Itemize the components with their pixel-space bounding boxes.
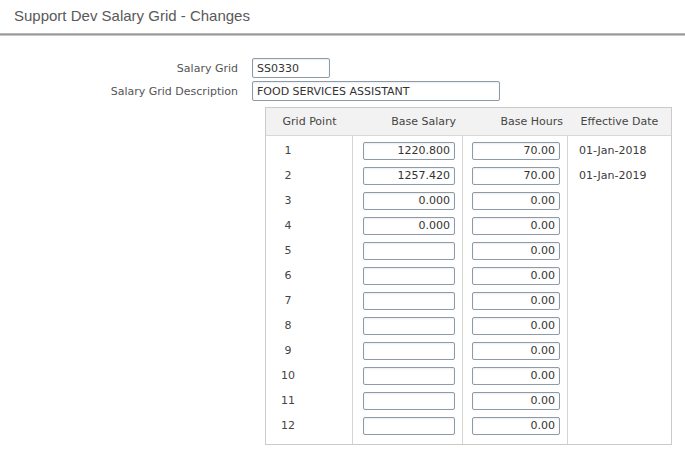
base-hours-input[interactable] [472,267,560,285]
base-salary-input[interactable] [363,342,455,360]
grid-point-value: 11 [266,394,353,407]
salary-grid-description-field-row: Salary Grid Description [0,81,540,101]
base-salary-input[interactable] [363,367,455,385]
grid-point-value: 6 [266,269,353,282]
table-row: 6 [266,263,671,288]
grid-point-value: 10 [266,369,353,382]
base-salary-input[interactable] [363,192,455,210]
base-salary-cell [353,317,463,335]
grid-point-value: 7 [266,294,353,307]
base-hours-cell [463,292,568,310]
table-row: 4 [266,213,671,238]
base-salary-input[interactable] [363,292,455,310]
effective-date-header: Effective Date [568,115,671,128]
salary-grid-table: Grid Point Base Salary Base Hours Effect… [265,107,672,445]
grid-point-header: Grid Point [266,115,353,128]
base-salary-cell [353,267,463,285]
grid-point-value: 9 [266,344,353,357]
base-salary-header: Base Salary [353,115,463,128]
table-row: 7 [266,288,671,313]
base-hours-cell [463,317,568,335]
base-salary-input[interactable] [363,167,455,185]
base-hours-cell [463,192,568,210]
table-body: 1 01-Jan-2018 2 01-Jan-2019 [266,136,671,444]
effective-date-value: 01-Jan-2018 [568,144,671,157]
salary-grid-label: Salary Grid [0,62,252,75]
grid-point-value: 1 [266,144,353,157]
base-hours-cell [463,142,568,160]
base-hours-input[interactable] [472,242,560,260]
base-hours-cell [463,242,568,260]
base-salary-input[interactable] [363,417,455,435]
base-salary-input[interactable] [363,392,455,410]
base-hours-cell [463,342,568,360]
salary-grid-input[interactable] [252,58,330,78]
base-salary-cell [353,142,463,160]
base-hours-cell [463,267,568,285]
salary-grid-form: Salary Grid Salary Grid Description [0,58,540,104]
base-salary-cell [353,367,463,385]
title-divider [0,33,685,36]
base-salary-cell [353,217,463,235]
base-hours-input[interactable] [472,417,560,435]
base-salary-cell [353,242,463,260]
base-hours-input[interactable] [472,392,560,410]
table-row: 11 [266,388,671,413]
salary-grid-description-input[interactable] [252,81,500,101]
base-salary-cell [353,192,463,210]
base-salary-cell [353,167,463,185]
base-hours-input[interactable] [472,142,560,160]
base-hours-input[interactable] [472,317,560,335]
base-salary-input[interactable] [363,217,455,235]
base-hours-header: Base Hours [463,115,568,128]
base-salary-input[interactable] [363,317,455,335]
base-hours-input[interactable] [472,192,560,210]
base-hours-cell [463,417,568,435]
page-title: Support Dev Salary Grid - Changes [14,7,250,24]
base-hours-input[interactable] [472,342,560,360]
grid-point-value: 8 [266,319,353,332]
effective-date-value: 01-Jan-2019 [568,169,671,182]
grid-point-value: 4 [266,219,353,232]
grid-point-value: 12 [266,419,353,432]
table-row: 10 [266,363,671,388]
table-row: 3 [266,188,671,213]
base-salary-cell [353,342,463,360]
grid-point-value: 5 [266,244,353,257]
base-salary-cell [353,417,463,435]
base-hours-cell [463,217,568,235]
table-row: 5 [266,238,671,263]
base-salary-input[interactable] [363,142,455,160]
base-hours-cell [463,392,568,410]
base-hours-input[interactable] [472,167,560,185]
table-row: 8 [266,313,671,338]
table-row: 12 [266,413,671,438]
table-row: 9 [266,338,671,363]
grid-point-value: 2 [266,169,353,182]
base-salary-input[interactable] [363,242,455,260]
table-row: 1 01-Jan-2018 [266,138,671,163]
base-hours-cell [463,367,568,385]
base-salary-input[interactable] [363,267,455,285]
base-hours-input[interactable] [472,292,560,310]
base-salary-cell [353,392,463,410]
table-row: 2 01-Jan-2019 [266,163,671,188]
base-hours-input[interactable] [472,367,560,385]
salary-grid-field-row: Salary Grid [0,58,540,78]
grid-point-value: 3 [266,194,353,207]
salary-grid-description-label: Salary Grid Description [0,85,252,98]
base-hours-cell [463,167,568,185]
base-salary-cell [353,292,463,310]
table-header-row: Grid Point Base Salary Base Hours Effect… [266,108,671,136]
base-hours-input[interactable] [472,217,560,235]
